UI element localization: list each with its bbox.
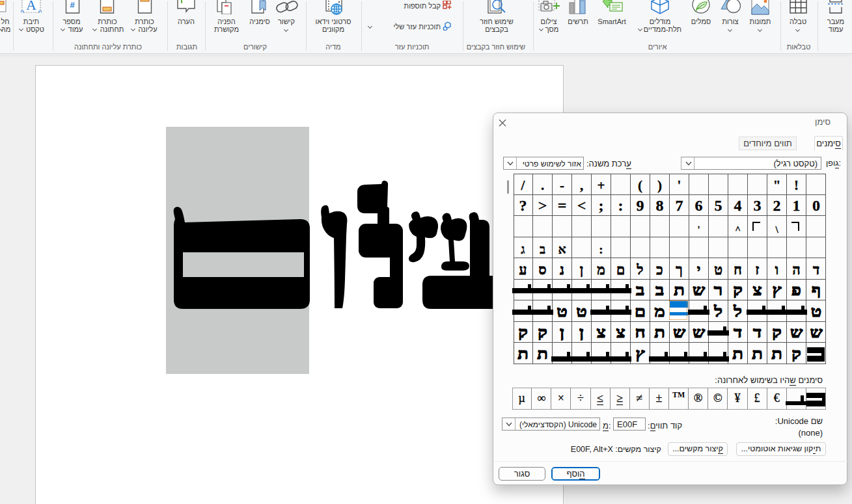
svg-text:A: A [26,0,36,13]
svg-text:#: # [70,0,75,10]
